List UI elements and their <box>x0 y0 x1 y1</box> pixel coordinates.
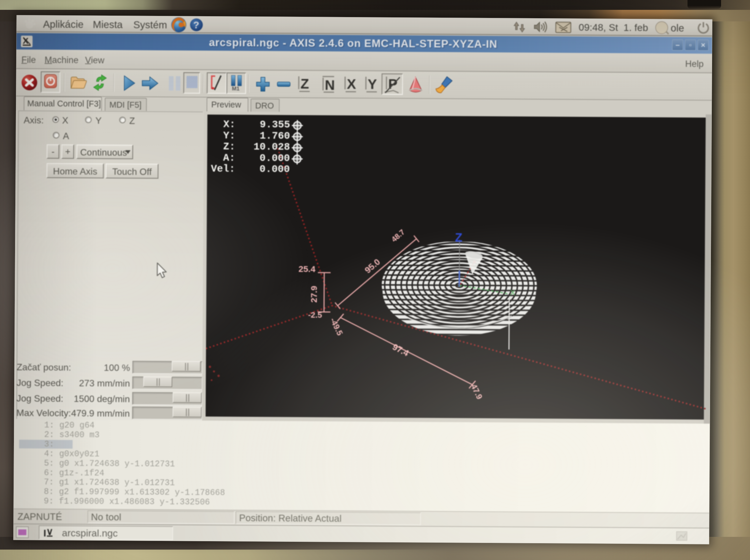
svg-text:27.9: 27.9 <box>309 286 319 303</box>
svg-text:47.9: 47.9 <box>469 383 485 401</box>
svg-text:X: X <box>510 288 515 297</box>
svg-text:M1: M1 <box>232 86 240 91</box>
svg-text:Z: Z <box>455 231 462 244</box>
svg-text:Y: Y <box>368 76 377 92</box>
svg-text:?: ? <box>193 19 199 31</box>
svg-text:Z: Z <box>300 76 309 92</box>
svg-text:48.7: 48.7 <box>390 228 407 244</box>
svg-text:X: X <box>347 76 356 92</box>
svg-text:95.0: 95.0 <box>363 257 382 275</box>
svg-text:N: N <box>325 78 335 93</box>
svg-text:97.4: 97.4 <box>391 342 410 358</box>
svg-text:25.4: 25.4 <box>299 264 316 274</box>
svg-text:-49.5: -49.5 <box>329 317 344 337</box>
svg-text:-2.5: -2.5 <box>308 311 322 319</box>
